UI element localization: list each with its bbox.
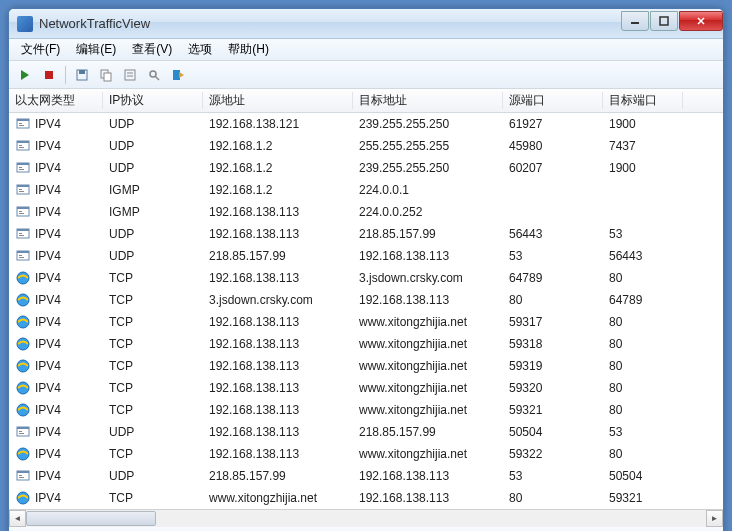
save-button[interactable] [72,65,92,85]
play-button[interactable] [15,65,35,85]
table-row[interactable]: IPV4TCP192.168.138.113www.xitongzhijia.n… [9,311,723,333]
cell-protocol: TCP [103,403,203,417]
cell-dst-port: 80 [603,359,683,373]
cell-src-addr: 192.168.1.2 [203,183,353,197]
cell-dst-addr: www.xitongzhijia.net [353,447,503,461]
col-dst-port[interactable]: 目标端口 [603,92,683,109]
svg-rect-23 [19,167,22,168]
menu-file[interactable]: 文件(F) [13,39,68,60]
table-row[interactable]: IPV4TCP192.168.138.113www.xitongzhijia.n… [9,443,723,465]
svg-rect-32 [19,213,24,214]
cell-src-addr: 192.168.138.113 [203,425,353,439]
col-src-addr[interactable]: 源地址 [203,92,353,109]
col-protocol[interactable]: IP协议 [103,92,203,109]
table-row[interactable]: IPV4UDP192.168.1.2255.255.255.2554598074… [9,135,723,157]
table-row[interactable]: IPV4TCP192.168.138.113www.xitongzhijia.n… [9,377,723,399]
cell-protocol: TCP [103,491,203,505]
cell-dst-port: 1900 [603,161,683,175]
menu-help[interactable]: 帮助(H) [220,39,277,60]
svg-rect-1 [660,17,668,25]
cell-src-addr: 192.168.138.113 [203,381,353,395]
app-generic-icon [15,204,31,220]
ie-icon [15,402,31,418]
cell-dst-addr: 3.jsdown.crsky.com [353,271,503,285]
exit-button[interactable] [168,65,188,85]
svg-rect-12 [173,70,180,80]
svg-rect-63 [19,475,22,476]
cell-ethertype: IPV4 [35,183,61,197]
cell-src-port: 50504 [503,425,603,439]
table-row[interactable]: IPV4TCP192.168.138.113www.xitongzhijia.n… [9,355,723,377]
cell-dst-addr: www.xitongzhijia.net [353,337,503,351]
table-row[interactable]: IPV4IGMP192.168.138.113224.0.0.252 [9,201,723,223]
cell-protocol: IGMP [103,183,203,197]
table-row[interactable]: IPV4TCP192.168.138.113www.xitongzhijia.n… [9,399,723,421]
maximize-button[interactable] [650,11,678,31]
cell-protocol: TCP [103,315,203,329]
table-body-scroll[interactable]: IPV4UDP192.168.138.121239.255.255.250619… [9,113,723,509]
cell-src-port: 59317 [503,315,603,329]
menu-view[interactable]: 查看(V) [124,39,180,60]
svg-rect-38 [17,251,29,253]
table-body: IPV4UDP192.168.138.121239.255.255.250619… [9,113,723,509]
minimize-button[interactable] [621,11,649,31]
ie-icon [15,270,31,286]
table-row[interactable]: IPV4TCP3.jsdown.crsky.com192.168.138.113… [9,289,723,311]
menu-edit[interactable]: 编辑(E) [68,39,124,60]
cell-protocol: UDP [103,425,203,439]
cell-src-port: 56443 [503,227,603,241]
horizontal-scrollbar[interactable]: ◄ ► [9,509,723,526]
stop-button[interactable] [39,65,59,85]
svg-rect-40 [19,257,24,258]
cell-src-port: 59322 [503,447,603,461]
statusbar: NirSoft Freeware. http://www.nirsoft.net [9,526,723,531]
svg-rect-30 [17,207,29,209]
table-row[interactable]: IPV4UDP192.168.138.113218.85.157.9950504… [9,421,723,443]
menu-options[interactable]: 选项 [180,39,220,60]
scroll-thumb[interactable] [26,511,156,526]
close-button[interactable] [679,11,723,31]
table-row[interactable]: IPV4IGMP192.168.1.2224.0.0.1 [9,179,723,201]
col-ethertype[interactable]: 以太网类型 [9,92,103,109]
cell-src-port: 60207 [503,161,603,175]
cell-dst-port: 59321 [603,491,683,505]
cell-src-addr: 192.168.138.113 [203,227,353,241]
scroll-track[interactable] [26,510,706,527]
copy-button[interactable] [96,65,116,85]
table-row[interactable]: IPV4TCP192.168.138.113www.xitongzhijia.n… [9,333,723,355]
table-row[interactable]: IPV4TCP192.168.138.1133.jsdown.crsky.com… [9,267,723,289]
app-generic-icon [15,226,31,242]
cell-src-port: 59318 [503,337,603,351]
ie-icon [15,490,31,506]
cell-protocol: UDP [103,117,203,131]
svg-rect-4 [79,70,85,74]
titlebar[interactable]: NetworkTrafficView [9,9,723,39]
cell-ethertype: IPV4 [35,491,61,505]
cell-src-port: 53 [503,469,603,483]
properties-button[interactable] [120,65,140,85]
cell-src-addr: 192.168.138.113 [203,271,353,285]
col-dst-addr[interactable]: 目标地址 [353,92,503,109]
cell-dst-port: 80 [603,381,683,395]
table-row[interactable]: IPV4UDP192.168.1.2239.255.255.2506020719… [9,157,723,179]
cell-dst-addr: 239.255.255.250 [353,161,503,175]
cell-src-addr: 192.168.138.113 [203,337,353,351]
cell-dst-port: 50504 [603,469,683,483]
scroll-right-arrow[interactable]: ► [706,510,723,527]
cell-dst-port: 56443 [603,249,683,263]
cell-ethertype: IPV4 [35,205,61,219]
table-row[interactable]: IPV4TCPwww.xitongzhijia.net192.168.138.1… [9,487,723,509]
scroll-left-arrow[interactable]: ◄ [9,510,26,527]
table-row[interactable]: IPV4UDP218.85.157.99192.168.138.11353564… [9,245,723,267]
cell-src-port: 80 [503,491,603,505]
table-row[interactable]: IPV4UDP218.85.157.99192.168.138.11353505… [9,465,723,487]
svg-rect-15 [19,123,22,124]
col-src-port[interactable]: 源端口 [503,92,603,109]
table-row[interactable]: IPV4UDP192.168.138.121239.255.255.250619… [9,113,723,135]
cell-dst-port: 53 [603,227,683,241]
cell-ethertype: IPV4 [35,381,61,395]
table-row[interactable]: IPV4UDP192.168.138.113218.85.157.9956443… [9,223,723,245]
find-button[interactable] [144,65,164,85]
cell-protocol: TCP [103,293,203,307]
cell-dst-addr: 224.0.0.1 [353,183,503,197]
